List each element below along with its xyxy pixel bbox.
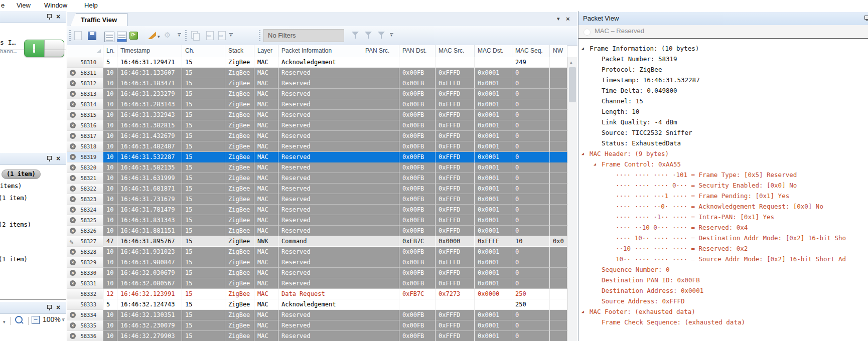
pin-icon[interactable] <box>46 14 52 20</box>
prev-page-icon[interactable]: ⇦ <box>205 30 215 41</box>
toolbar-drag-handle[interactable] <box>69 30 71 41</box>
magnifier-icon[interactable] <box>15 316 23 323</box>
column-header-row-number[interactable] <box>67 45 103 57</box>
tree-item[interactable]: (1 item) <box>0 195 28 202</box>
table-row[interactable]: 583321216:46:32.12399115ZigBeeMACData Re… <box>67 289 567 299</box>
tree-line[interactable]: Timestamp: 16:46:31.532287 <box>578 75 868 85</box>
settings-gear-icon[interactable]: ⚙ <box>164 30 174 41</box>
column-header-packet-information[interactable]: Packet Information <box>278 45 362 57</box>
column-header-ln[interactable]: Ln. <box>103 45 117 57</box>
table-row[interactable]: 58334×1016:46:32.13035115ZigBeeMACReserv… <box>67 310 567 320</box>
table-row[interactable]: 58333516:46:32.12474315ZigBeeMACAcknowle… <box>67 299 567 310</box>
table-row[interactable]: 58323×1016:46:31.73167915ZigBeeMACReserv… <box>67 194 567 205</box>
chevron-down-icon[interactable]: ▾ <box>557 16 560 22</box>
tree-line[interactable]: ···· ···· ·1·· ···· = Intra-PAN: [0x1] Y… <box>578 212 868 222</box>
tree-line[interactable]: ···· ···· ···1 ···· = Frame Pending: [0x… <box>578 191 868 201</box>
table-row[interactable]: 58336×1016:46:32.27990315ZigBeeMACReserv… <box>67 331 567 341</box>
filter-combobox[interactable]: No Filters <box>263 29 344 42</box>
column-header-stack[interactable]: Stack <box>225 45 254 57</box>
filter-edit-funnel-icon[interactable] <box>365 32 372 36</box>
overflow-icon[interactable]: ▾ <box>389 33 393 37</box>
tree-line[interactable]: Sequence Number: 0 <box>578 264 868 275</box>
tree-item[interactable]: (2 items) <box>0 221 31 228</box>
close-icon[interactable]: × <box>566 16 570 22</box>
tree-line[interactable]: Protocol: ZigBee <box>578 64 868 75</box>
menu-item-help[interactable]: Help <box>84 2 98 9</box>
tree-line[interactable]: ···· ···· ···· ·101 = Frame Type: [0x5] … <box>578 169 868 180</box>
copy-icon[interactable] <box>190 30 200 41</box>
tree-line[interactable]: ···· ··10 0··· ···· = Reserved: 0x4 <box>578 222 868 233</box>
tree-line[interactable]: Packet Number: 58319 <box>578 54 868 64</box>
table-row[interactable]: 58331×1016:46:32.08056715ZigBeeMACReserv… <box>67 278 567 289</box>
column-header-pan-src[interactable]: PAN Src. <box>362 45 399 57</box>
pin-icon[interactable] <box>863 15 868 22</box>
table-row[interactable]: 58324×1016:46:31.78147915ZigBeeMACReserv… <box>67 205 567 215</box>
filter-clear-funnel-icon[interactable] <box>378 32 385 36</box>
close-icon[interactable]: × <box>56 14 60 20</box>
tree-line[interactable]: Destination PAN ID: 0x00FB <box>578 275 868 285</box>
next-page-icon[interactable]: ⇨ <box>217 30 227 41</box>
menu-item-view[interactable]: View <box>17 2 31 9</box>
table-row[interactable]: 58316×1016:46:31.38281515ZigBeeMACReserv… <box>67 120 567 131</box>
table-row[interactable]: 58318×1016:46:31.48248715ZigBeeMACReserv… <box>67 141 567 152</box>
clear-traffic-icon[interactable] <box>148 30 158 41</box>
overflow-icon[interactable]: ▾ <box>61 318 65 321</box>
column-header-mac-src[interactable]: MAC Src. <box>436 45 475 57</box>
column-header-mac-dst[interactable]: MAC Dst. <box>475 45 512 57</box>
tree-line[interactable]: ··10 ···· ···· ···· = Reserved: 0x2 <box>578 243 868 254</box>
tree-line[interactable]: Channel: 15 <box>578 96 868 106</box>
table-row[interactable]: 58322×1016:46:31.68187115ZigBeeMACReserv… <box>67 184 567 194</box>
device-config-icon[interactable] <box>116 30 126 41</box>
device-list-icon[interactable] <box>103 30 113 41</box>
save-capture-icon[interactable] <box>87 30 97 41</box>
tree-line[interactable]: ◢Frame Control: 0xAA55 <box>578 159 868 169</box>
table-row[interactable]: 58326×1016:46:31.88115115ZigBeeMACReserv… <box>67 226 567 236</box>
capture-toggle[interactable] <box>24 40 64 57</box>
tree-line[interactable]: ···· ···· ···· 0··· = Security Enabled: … <box>578 180 868 191</box>
table-row[interactable]: 58319×1016:46:31.53228715ZigBeeMACReserv… <box>67 152 567 162</box>
tree-line[interactable]: ···· 10·· ···· ···· = Destination Addr M… <box>578 233 868 243</box>
table-row[interactable]: 58329×1016:46:31.98084715ZigBeeMACReserv… <box>67 257 567 268</box>
tree-line[interactable]: Link Quality: -4 dBm <box>578 117 868 127</box>
tree-line[interactable]: Source Address: 0xFFFD <box>578 296 868 306</box>
toggle-thumb[interactable] <box>44 40 64 57</box>
tree-line[interactable]: Length: 10 <box>578 106 868 117</box>
zoom-out-icon[interactable]: – <box>32 316 40 324</box>
toolbar-drag-handle[interactable] <box>259 30 260 41</box>
tree-item[interactable]: items) <box>0 183 22 190</box>
column-header-layer[interactable]: Layer <box>254 45 278 57</box>
tree-line[interactable]: 10·· ···· ···· ···· = Source Addr Mode: … <box>578 254 868 264</box>
toolbar-drag-handle[interactable] <box>185 30 187 41</box>
close-icon[interactable]: × <box>56 304 60 310</box>
tree-line[interactable]: ◢Frame Information: (10 bytes) <box>578 43 868 54</box>
tree-item[interactable]: (1 item) <box>0 256 28 263</box>
expander-icon[interactable]: ◢ <box>582 306 584 317</box>
tree-line[interactable]: Frame Check Sequence: (exhausted data) <box>578 317 868 327</box>
chevron-down-icon[interactable]: ▾ <box>3 319 6 324</box>
column-header-pan-dst[interactable]: PAN Dst. <box>399 45 436 57</box>
expander-icon[interactable]: ◢ <box>582 43 584 54</box>
tree-line[interactable]: Status: ExhaustedData <box>578 138 868 148</box>
table-row[interactable]: 58327✎4716:46:31.89576715ZigBeeNWKComman… <box>67 236 567 247</box>
vertical-scrollbar[interactable]: ▴ <box>567 57 577 341</box>
tree-line[interactable]: Source: TICC2532 Sniffer <box>578 127 868 138</box>
scroll-up-icon[interactable]: ▴ <box>570 60 572 65</box>
table-row[interactable]: 58317×1016:46:31.43267915ZigBeeMACReserv… <box>67 131 567 141</box>
table-row[interactable]: 58335×1016:46:32.23007915ZigBeeMACReserv… <box>67 320 567 331</box>
table-row[interactable]: 58315×1016:46:31.33294315ZigBeeMACReserv… <box>67 110 567 120</box>
chevron-down-icon[interactable]: ▾ <box>158 34 160 39</box>
table-row[interactable]: 58314×1016:46:31.28314315ZigBeeMACReserv… <box>67 99 567 110</box>
tree-line[interactable]: ···· ···· ··0· ···· = Acknowledgement Re… <box>578 201 868 212</box>
tree-line[interactable]: Destination Address: 0x0001 <box>578 285 868 296</box>
expander-icon[interactable]: ◢ <box>582 148 584 159</box>
column-header-mac-seq[interactable]: MAC Seq. <box>512 45 550 57</box>
tab-traffic-view[interactable]: Traffic View <box>70 13 127 27</box>
table-row[interactable]: 58313×1016:46:31.23327915ZigBeeMACReserv… <box>67 89 567 99</box>
tree-line[interactable]: ◢MAC Footer: (exhausted data) <box>578 306 868 317</box>
close-icon[interactable]: × <box>56 155 60 161</box>
column-header-nw[interactable]: NW <box>550 45 567 57</box>
table-row[interactable]: 58311×1016:46:31.13360715ZigBeeMACReserv… <box>67 68 567 78</box>
pin-icon[interactable] <box>46 155 52 162</box>
table-row[interactable]: 58330×1016:46:32.03067915ZigBeeMACReserv… <box>67 268 567 278</box>
menu-item-window[interactable]: Window <box>44 2 67 9</box>
